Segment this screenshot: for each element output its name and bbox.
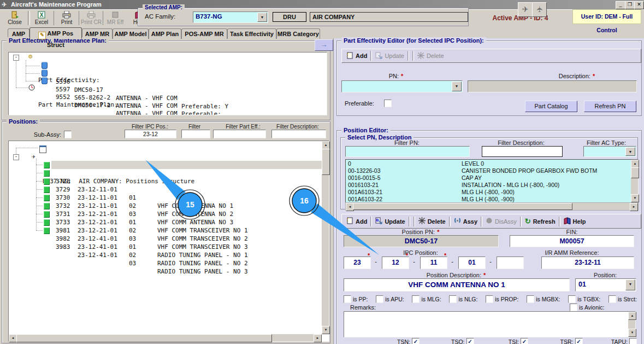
refresh-pn-button[interactable]: Refresh PN: [584, 101, 636, 112]
tab-amp-plan[interactable]: AMP Plan: [149, 28, 181, 39]
tsn-checkbox[interactable]: TSN:✓: [383, 338, 420, 344]
print-button[interactable]: Print: [55, 10, 78, 26]
tree-row[interactable]: 3731 23-12-21-01 02 VHF COMM TRANSCEIVER…: [9, 194, 322, 202]
collapse-icon[interactable]: -: [13, 55, 19, 61]
tree-node-company[interactable]: B737-NG; AIR COMPANY: [9, 144, 322, 153]
remarks-textarea[interactable]: ▲ ▼: [344, 311, 636, 337]
delete-button-disabled[interactable]: Delete: [417, 52, 444, 60]
is-nlg-checkbox[interactable]: is NLG:: [449, 295, 477, 303]
is-prop-checkbox[interactable]: is PROP:: [486, 295, 518, 303]
tab-amp-pos-struct[interactable]: ✎ AMP Pos Struct: [29, 27, 82, 39]
vertical-scrollbar[interactable]: ▲ ▼: [322, 141, 329, 334]
fin-field[interactable]: M00057: [510, 235, 634, 247]
tab-amp-model[interactable]: AMP Model: [113, 28, 149, 39]
tree-row[interactable]: 3730 23-12-11-01 03 VHF COMM ANTENNA NO …: [9, 177, 322, 185]
filter-ac-type-combobox[interactable]: ▼: [583, 146, 636, 157]
company-field[interactable]: AIR COMPANY: [310, 12, 468, 22]
assy-button[interactable]: Assy: [454, 217, 477, 225]
dru-button[interactable]: DRU: [273, 12, 306, 22]
ipc-segment-3[interactable]: 11: [420, 256, 447, 269]
disassy-button-disabled[interactable]: DisAssy: [486, 217, 517, 225]
plane-cross-tool-button[interactable]: ✈: [532, 2, 547, 17]
list-item[interactable]: 0LEVEL 0: [347, 160, 620, 167]
tree-node-part-effectivity[interactable]: - ⚙ Part Effectivity:: [9, 54, 327, 61]
filter-ipc-input[interactable]: 23-12: [125, 130, 176, 138]
scroll-down-icon[interactable]: ▼: [628, 329, 636, 337]
list-item[interactable]: 0016-0015-5CAP AY: [347, 174, 620, 181]
tree-row[interactable]: 3981 23-12-41-01 01 RADIO TUNING PANEL -…: [9, 210, 322, 218]
chevron-down-icon[interactable]: ▼: [257, 13, 267, 22]
tab-task-effectivity[interactable]: Task Effectivity: [227, 28, 276, 39]
collapse-icon[interactable]: -: [13, 154, 19, 160]
excel-button[interactable]: X Excel: [30, 10, 53, 26]
list-item[interactable]: 0016103-21INSTALLATION - MLG LH (-800, -…: [347, 182, 620, 188]
tsi-checkbox[interactable]: TSI:✓: [492, 338, 528, 344]
filter-description-input[interactable]: [482, 146, 563, 157]
delete-button[interactable]: Delete: [418, 217, 446, 225]
pn-combobox[interactable]: ▼: [341, 80, 463, 92]
tree-row[interactable]: 5596 DMC50-17 ANTENNA - VHF COM Preferab…: [9, 61, 327, 69]
mr-eff-button[interactable]: MR Eff: [104, 10, 126, 26]
close-button[interactable]: Close: [2, 10, 27, 26]
tree-row[interactable]: 3983 23-12-41-01 03 RADIO TUNING PANEL -…: [9, 226, 322, 235]
position-description-field[interactable]: VHF COMM ANTENNA NO 1: [344, 278, 570, 291]
chevron-down-icon[interactable]: ▼: [625, 279, 635, 290]
tapu-checkbox[interactable]: TAPU:: [600, 338, 637, 344]
ipc-segment-4[interactable]: 01: [458, 256, 486, 269]
vertical-scrollbar[interactable]: ▲ ▼: [631, 160, 638, 202]
scrollbar-thumb[interactable]: [353, 203, 572, 210]
expand-right-button[interactable]: →: [315, 39, 333, 51]
ac-family-combobox[interactable]: B737-NG ▼: [193, 11, 268, 23]
update-button-disabled[interactable]: Update: [375, 52, 404, 60]
tree-row[interactable]: 3982 23-12-41-01 02 RADIO TUNING PANEL -…: [9, 218, 322, 226]
is-pp-checkbox[interactable]: is PP:: [344, 295, 368, 303]
tree-node-part-maintenance-plan[interactable]: Part Maintenance Plan:: [9, 84, 327, 92]
position-combobox[interactable]: 01 ▼: [575, 278, 636, 291]
filter-parteff-input[interactable]: [213, 130, 266, 138]
is-avionic-checkbox[interactable]: is Avionic:: [570, 304, 605, 311]
tree-row[interactable]: 5597 S65-8262-2 ANTENNA - VHF COM Prefer…: [9, 69, 327, 77]
subassy-checkbox[interactable]: [64, 131, 72, 138]
is-mgbx-checkbox[interactable]: is MGBX:: [527, 295, 560, 303]
tree-row[interactable]: 9552 DMC50-17-2 ANTENNA - VHF COM Prefer…: [9, 77, 327, 84]
chevron-down-icon[interactable]: ▼: [452, 81, 462, 91]
scrollbar-thumb[interactable]: [322, 149, 330, 175]
tsr-checkbox[interactable]: TSR:✓: [546, 338, 583, 344]
part-catalog-button[interactable]: Part Catalog: [525, 101, 577, 112]
part-effectivity-tree[interactable]: - ⚙ Part Effectivity: 5596 DMC50-17 ANTE…: [8, 52, 327, 115]
amm-reference-field[interactable]: 23-12-11: [541, 256, 634, 269]
vertical-scrollbar[interactable]: ▲ ▼: [628, 312, 635, 337]
help-button[interactable]: Help: [564, 217, 586, 225]
minimize-button[interactable]: _: [616, 1, 625, 9]
print-cr-button[interactable]: Print CR: [80, 10, 102, 26]
restore-button[interactable]: ❐: [625, 1, 635, 9]
scroll-left-icon[interactable]: ◄: [9, 334, 17, 342]
list-item[interactable]: 00-13226-03CANISTER BONDED PROP GEARBOX …: [347, 167, 620, 174]
tree-row[interactable]: 3733 23-12-21-01 03 VHF COMM TRANSCEIVER…: [9, 202, 322, 210]
scroll-right-icon[interactable]: ►: [630, 203, 638, 211]
filter-pn-input[interactable]: [345, 146, 470, 157]
tab-mrb-category[interactable]: MRB Category: [276, 28, 320, 39]
update-button[interactable]: B Update: [375, 217, 405, 225]
ipc-segment-2[interactable]: 12: [382, 256, 409, 269]
plane-tool-button[interactable]: ✈: [518, 2, 533, 17]
is-strct-checkbox[interactable]: is Strct:: [608, 295, 637, 303]
chevron-down-icon[interactable]: ▼: [625, 147, 635, 156]
tree-row-selected[interactable]: 3728 23-12-11-01 01 VHF COMM ANTENNA NO …: [9, 161, 322, 169]
tree-row[interactable]: 3729 23-12-11-01 02 VHF COMM ANTENNA NO …: [9, 169, 322, 177]
list-item[interactable]: 001A6103-21MLG LH (-800, -900): [347, 189, 620, 195]
refresh-button[interactable]: ↻ Refresh: [525, 218, 556, 225]
scroll-up-icon[interactable]: ▲: [322, 141, 330, 149]
close-window-button[interactable]: ✕: [634, 1, 644, 9]
scrollbar-thumb[interactable]: [16, 334, 272, 342]
is-mlg-checkbox[interactable]: is MLG:: [412, 295, 441, 303]
preferable-checkbox[interactable]: [384, 100, 392, 107]
is-apu-checkbox[interactable]: is APU:: [376, 295, 404, 303]
positions-tree[interactable]: B737-NG; AIR COMPANY - ✈ B737-NG; AIR CO…: [8, 141, 329, 342]
add-button[interactable]: Add: [346, 217, 367, 225]
is-tgbx-checkbox[interactable]: is TGBX:: [568, 295, 600, 303]
tree-row[interactable]: 3732 23-12-21-01 01 VHF COMM TRANSCEIVER…: [9, 185, 322, 194]
scrollbar-thumb[interactable]: [631, 167, 639, 178]
add-button[interactable]: Add: [346, 52, 367, 60]
horizontal-scrollbar[interactable]: ◄ ►: [345, 202, 639, 211]
